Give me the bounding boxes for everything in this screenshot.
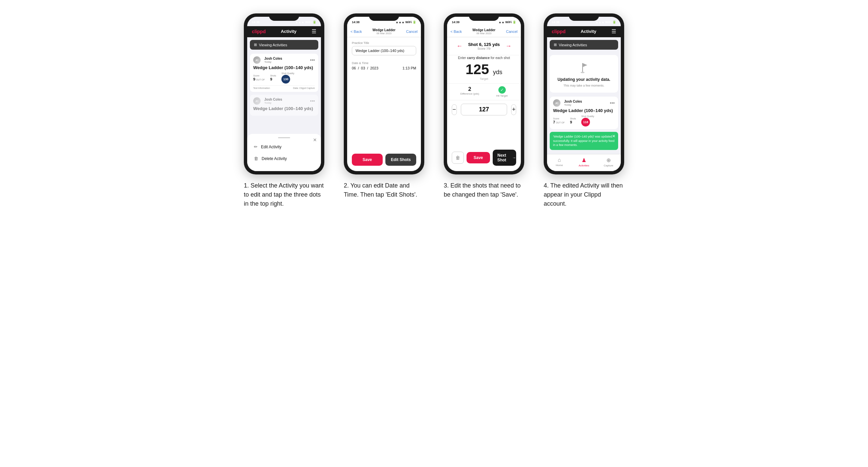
notch-3	[469, 13, 499, 21]
viewing-activities-bar-4: ⊞ Viewing Activities	[550, 40, 618, 50]
nav-center-2: Wedge Ladder 06 Mar 2023	[372, 28, 396, 35]
minus-btn-3[interactable]: −	[452, 104, 457, 115]
toast-close-4[interactable]: ✕	[612, 134, 615, 138]
phone-1-frame: 14:38 ▲▲▲ WiFi 🔋 clippd Activity ☰ ⊞	[244, 13, 324, 175]
activity-card-1[interactable]: JC Josh Coles Today ••• Wedge Ladder (10…	[250, 54, 318, 92]
notch-1	[269, 13, 299, 21]
score-val-4: 7	[553, 120, 555, 124]
viewing-label-1: Viewing Activities	[259, 43, 287, 47]
toast-text-4: 'Wedge Ladder (100–140 yds)' was updated…	[553, 134, 615, 147]
shot-distance-3: 125 yds	[447, 62, 521, 76]
viewing-icon-1: ⊞	[254, 42, 257, 47]
bottom-sheet-1: ✕ ✏ Edit Activity 🗑 Delete Activity	[247, 134, 321, 171]
card-dots-2[interactable]: •••	[310, 98, 315, 104]
footer-left-1: Test Information	[253, 87, 270, 89]
p3-buttons: 🗑 Save Next Shot →	[452, 150, 516, 166]
header-title-4: Activity	[581, 29, 596, 34]
sq-label-4: Shot Quality	[581, 115, 594, 117]
p3-nav: < Back Wedge Ladder 06 Mar 2023 Cancel	[447, 26, 521, 37]
activity-card-4[interactable]: JC Josh Coles Today ••• Wedge Ladder (10…	[550, 97, 618, 129]
date-section-2: Date & Time 06 / 03 / 2023 1:13 PM	[347, 57, 421, 72]
card-footer-1: Test Information Data: Clippd Capture	[253, 85, 315, 89]
shot-target-label-3: Target	[447, 77, 521, 81]
card-date-1: Today	[264, 60, 282, 63]
footer-right-1: Data: Clippd Capture	[293, 87, 315, 89]
sheet-delete-item[interactable]: 🗑 Delete Activity	[247, 153, 321, 164]
carry-label-3: Enter carry distance for each shot	[447, 56, 521, 60]
shot-input-3[interactable]	[461, 104, 507, 116]
shot-input-row-3: − +	[452, 104, 516, 116]
nav-capture-4[interactable]: ⊕ Capture	[596, 157, 621, 167]
updating-card-4: Updating your activity data. This may ta…	[550, 55, 618, 93]
next-shot-btn-3[interactable]: Next Shot →	[493, 150, 516, 166]
nav-activities-4[interactable]: ♟ Activities	[571, 157, 596, 167]
card-user-name-2: Josh Coles	[264, 98, 282, 101]
golf-flag-icon-4	[577, 60, 591, 75]
month-2: 03	[361, 66, 365, 70]
trash-btn-3[interactable]: 🗑	[452, 152, 464, 164]
cancel-btn-3[interactable]: Cancel	[506, 30, 518, 34]
caption-1: 1. Select the Activity you want to edit …	[244, 181, 324, 208]
diff-label-3: Difference (yds)	[460, 92, 479, 95]
card-date-2: Today	[264, 101, 282, 104]
card-dots-1[interactable]: •••	[310, 57, 315, 63]
avatar-2: JC	[253, 97, 260, 105]
score-label-4: Score	[553, 117, 564, 120]
prev-arrow-3[interactable]: ←	[457, 42, 463, 50]
next-arrow-3[interactable]: →	[505, 42, 512, 50]
activity-card-2[interactable]: JC Josh Coles Today ••• Wedge Ladder (10…	[250, 95, 318, 116]
card-user-name-1: Josh Coles	[264, 57, 282, 60]
svg-marker-1	[583, 63, 587, 67]
shot-title-3: Shot 6, 125 yds	[468, 42, 500, 47]
shot-score-3: Score 7/9	[468, 47, 500, 50]
card-title-1: Wedge Ladder (100–140 yds)	[253, 65, 315, 70]
next-arrow-icon-3: →	[512, 155, 516, 160]
phone-2-frame: 14:38 ▲▲▲ WiFi 🔋 < Back Wedge Ladder 06 …	[344, 13, 424, 175]
back-btn-3[interactable]: < Back	[451, 30, 462, 34]
time-3: 14:39	[452, 21, 460, 24]
status-icons-4: ▲▲▲ WiFi 🔋	[595, 21, 616, 24]
date-label-2: Date & Time	[352, 61, 416, 65]
shot-unit-3: yds	[493, 69, 502, 75]
p2-nav: < Back Wedge Ladder 06 Mar 2023 Cancel	[347, 26, 421, 37]
back-btn-2[interactable]: < Back	[350, 30, 362, 34]
save-btn-3[interactable]: Save	[467, 152, 490, 163]
p1-header: clippd Activity ☰	[247, 26, 321, 37]
clippd-logo-1: clippd	[252, 29, 266, 34]
sheet-handle-1	[278, 137, 290, 138]
sheet-edit-item[interactable]: ✏ Edit Activity	[247, 141, 321, 153]
score-label-1: Score	[253, 74, 265, 77]
nav-title-3: Wedge Ladder	[472, 28, 495, 32]
card-stats-4: Score 7 OUT OF Shots 9	[553, 115, 615, 126]
card-stats-1: Score 9 OUT OF Shots 9	[253, 72, 315, 84]
time-4: 14:38	[552, 21, 559, 24]
card-user-row-2: JC Josh Coles Today •••	[253, 97, 315, 105]
cancel-btn-2[interactable]: Cancel	[406, 30, 417, 34]
hamburger-icon-4[interactable]: ☰	[612, 28, 616, 35]
status-icons-2: ▲▲▲ WiFi 🔋	[396, 21, 416, 24]
hit-target-icon-3: ✓	[498, 86, 506, 94]
delete-label: Delete Activity	[261, 156, 287, 161]
updating-title-4: Updating your activity data.	[557, 77, 610, 82]
status-icons-1: ▲▲▲ WiFi 🔋	[295, 21, 316, 24]
plus-btn-3[interactable]: +	[511, 104, 516, 115]
header-title-1: Activity	[281, 29, 297, 34]
sheet-close-1[interactable]: ✕	[313, 137, 317, 143]
sq-label-1: Shot Quality	[281, 72, 294, 74]
sq-badge-4: 118	[581, 118, 590, 126]
shot-stat-hit-3: ✓ Hit Target	[496, 86, 508, 97]
title-input-2[interactable]	[352, 46, 416, 55]
phone-1-column: 14:38 ▲▲▲ WiFi 🔋 clippd Activity ☰ ⊞	[239, 13, 329, 208]
nav-subtitle-3: 06 Mar 2023	[472, 32, 495, 35]
shot-nav-row-3: ← Shot 6, 125 yds Score 7/9 →	[452, 40, 516, 52]
edit-shots-btn-2[interactable]: Edit Shots	[385, 154, 416, 166]
shot-stat-diff-3: 2 Difference (yds)	[460, 86, 479, 97]
card-title-4: Wedge Ladder (100–140 yds)	[553, 108, 615, 113]
viewing-activities-bar-1: ⊞ Viewing Activities	[250, 40, 318, 50]
save-btn-2[interactable]: Save	[352, 154, 383, 166]
nav-home-4[interactable]: ⌂ Home	[547, 157, 571, 167]
card-dots-4[interactable]: •••	[610, 100, 615, 106]
card-title-2: Wedge Ladder (100–140 yds)	[253, 106, 315, 111]
date-row-2: 06 / 03 / 2023 1:13 PM	[352, 66, 416, 70]
hamburger-icon-1[interactable]: ☰	[312, 28, 316, 35]
